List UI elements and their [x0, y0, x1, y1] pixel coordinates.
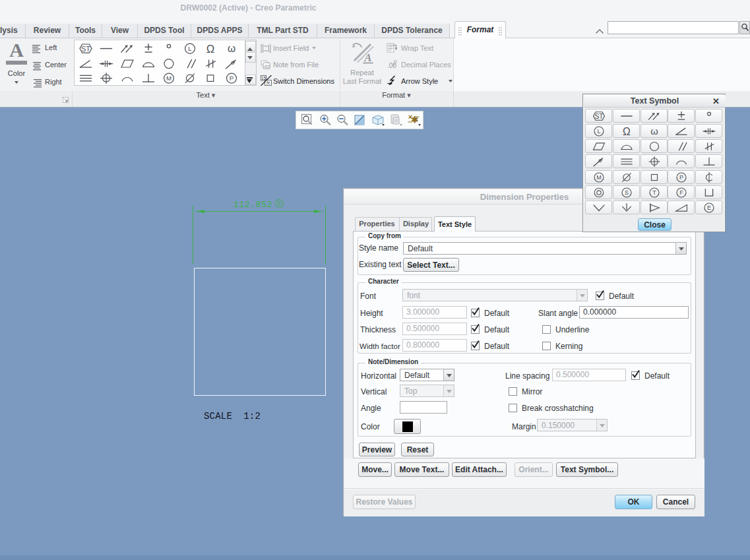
svg-text:L: L — [597, 128, 600, 135]
svg-text:M: M — [596, 174, 602, 181]
svg-text:ST: ST — [594, 112, 603, 119]
svg-text:ST: ST — [81, 45, 90, 53]
svg-text:15: 15 — [261, 76, 266, 80]
svg-text:L: L — [188, 45, 192, 52]
svg-text:P: P — [230, 75, 234, 82]
svg-text:F: F — [679, 189, 683, 196]
svg-text:ω: ω — [650, 126, 658, 137]
svg-text:A: A — [264, 64, 267, 69]
svg-text:Ω: Ω — [623, 125, 631, 137]
svg-text:fx: fx — [266, 80, 270, 85]
svg-text:P: P — [679, 174, 683, 181]
svg-text:M: M — [166, 75, 172, 82]
svg-text:ω: ω — [228, 43, 235, 54]
svg-text:E: E — [706, 205, 710, 212]
svg-text:T: T — [652, 189, 656, 196]
svg-text:Ω: Ω — [206, 43, 215, 55]
svg-text:✱: ✱ — [412, 115, 419, 125]
svg-text:S: S — [624, 189, 628, 196]
svg-text:A: A — [363, 51, 371, 64]
